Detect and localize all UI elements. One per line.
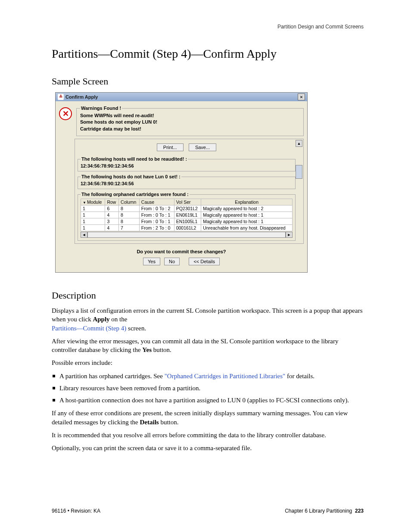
partitions-commit-link[interactable]: Partitions—Commit (Step 4) [52, 325, 126, 332]
warning-line: Some hosts do not employ LUN 0! [80, 119, 300, 125]
no-button[interactable]: No [164, 258, 180, 265]
table-row: 1 4 7 From : 2 To : 0 000161L2 Unreachab… [81, 225, 293, 231]
yes-button[interactable]: Yes [143, 258, 160, 265]
details-button[interactable]: << Details [189, 258, 220, 265]
description-para-2: After viewing the error messages, you ca… [52, 337, 364, 355]
scroll-track[interactable] [87, 232, 286, 238]
col-column[interactable]: Column [119, 199, 140, 205]
dialog-title-text: Confirm Apply [65, 94, 98, 100]
java-icon: ≜ [58, 94, 64, 100]
footer-right: Chapter 6 Library Partitioning 223 [285, 508, 364, 514]
warning-line: Cartridge data may be lost! [80, 126, 300, 132]
error-list: A partition has orphaned cartridges. See… [52, 372, 364, 405]
page-title: Partitions—Commit (Step 4)—Confirm Apply [52, 47, 364, 61]
warning-line: Some WWPNs will need re-audit! [80, 112, 300, 119]
possible-errors-intro: Possible errors include: [52, 358, 364, 367]
orphan-table: ▼Module Row Column Cause Vol Ser Explana… [81, 199, 293, 231]
list-item: Library resources have been removed from… [59, 384, 364, 392]
orphaned-cartridges-link[interactable]: "Orphaned Cartridges in Partitioned Libr… [165, 373, 286, 380]
print-button[interactable]: Print... [157, 143, 184, 151]
reaudit-host: 12:34:56:78:90:12:34:56 [81, 163, 293, 168]
scroll-left-icon[interactable]: ◄ [81, 232, 87, 238]
lun0-legend: The following hosts do not have Lun 0 se… [81, 174, 181, 179]
dialog-titlebar: ≜ Confirm Apply × [56, 93, 307, 101]
sort-desc-icon: ▼ [83, 201, 86, 205]
table-row: 1 3 8 From : 0 To : 1 EN1005L1 Magically… [81, 218, 293, 225]
horizontal-scrollbar[interactable]: ◄ ► [81, 232, 293, 238]
scroll-thumb[interactable] [296, 165, 302, 179]
scroll-up-icon[interactable]: ▲ [296, 140, 302, 147]
col-cause[interactable]: Cause [139, 199, 174, 205]
sample-screen-heading: Sample Screen [52, 76, 364, 87]
detail-pane: ▲ Print... Save... The following hosts w… [75, 139, 304, 244]
error-icon: ✕ [59, 107, 72, 120]
description-para-1: Displays a list of configuration errors … [52, 306, 364, 333]
col-row[interactable]: Row [105, 199, 119, 205]
table-row: 1 4 8 From : 0 To : 1 EN0619L1 Magically… [81, 212, 293, 218]
confirm-apply-dialog: ≜ Confirm Apply × ✕ Warnings Found ! Som… [55, 92, 308, 273]
save-button[interactable]: Save... [189, 143, 216, 151]
col-explanation[interactable]: Explanation [201, 199, 293, 205]
reaudit-legend: The following hosts will need to be reau… [81, 156, 188, 162]
description-para-4: If any of these error conditions are pre… [52, 409, 364, 426]
table-header-row: ▼Module Row Column Cause Vol Ser Explana… [81, 199, 293, 205]
footer-left: 96116 • Revision: KA [52, 508, 100, 514]
close-icon[interactable]: × [298, 93, 305, 100]
warnings-legend: Warnings Found ! [80, 106, 122, 111]
col-module[interactable]: ▼Module [81, 199, 105, 205]
list-item: A partition has orphaned cartridges. See… [59, 372, 364, 380]
page-header-section: Partition Design and Commit Screens [52, 24, 364, 30]
reaudit-fieldset: The following hosts will need to be reau… [78, 156, 296, 171]
description-para-6: Optionally, you can print the screen dat… [52, 444, 364, 452]
description-heading: Description [52, 290, 364, 301]
commit-question: Do you want to commit these changes? [59, 244, 304, 258]
page-footer: 96116 • Revision: KA Chapter 6 Library P… [52, 508, 364, 514]
col-volser[interactable]: Vol Ser [174, 199, 201, 205]
table-row: 1 6 8 From : 0 To : 2 PQ2301L2 Magically… [81, 205, 293, 212]
warnings-fieldset: Warnings Found ! Some WWPNs will need re… [76, 106, 304, 136]
scroll-right-icon[interactable]: ► [286, 232, 293, 238]
list-item: A host-partition connection does not hav… [59, 396, 364, 404]
orphan-fieldset: The following orphaned cartridges were f… [78, 192, 296, 241]
orphan-legend: The following orphaned cartridges were f… [81, 192, 190, 197]
description-para-5: It is recommended that you resolve all e… [52, 431, 364, 439]
lun0-host: 12:34:56:78:90:12:34:56 [81, 181, 293, 186]
lun0-fieldset: The following hosts do not have Lun 0 se… [78, 174, 296, 189]
